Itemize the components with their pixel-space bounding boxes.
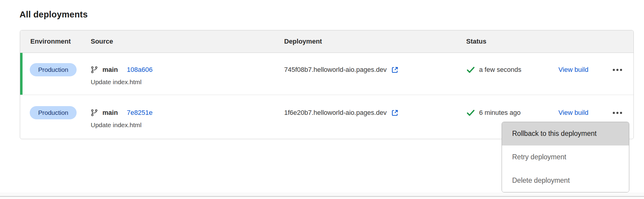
deployment-cell: 1f6e20b7.helloworld-aio.pages.dev xyxy=(284,106,466,119)
column-header-environment: Environment xyxy=(20,38,91,45)
deployment-url: 1f6e20b7.helloworld-aio.pages.dev xyxy=(284,109,387,117)
status-cell: 6 minutes ago View build xyxy=(466,106,633,119)
column-header-status: Status xyxy=(466,38,633,45)
column-header-deployment: Deployment xyxy=(284,38,466,45)
environment-cell: Production xyxy=(20,95,91,119)
source-cell: main 7e8251e Update index.html xyxy=(91,95,284,129)
branch-name: main xyxy=(102,109,118,117)
branch-name: main xyxy=(102,66,118,74)
menu-item-delete[interactable]: Delete deployment xyxy=(502,169,629,192)
current-deployment-indicator-bar xyxy=(20,53,23,95)
external-link-icon[interactable] xyxy=(391,66,399,74)
commit-message: Update index.html xyxy=(91,121,284,129)
menu-item-retry[interactable]: Retry deployment xyxy=(502,145,629,169)
deployment-row-1: Production main 108a606 Update index.htm… xyxy=(20,53,633,95)
git-branch-icon xyxy=(91,66,99,74)
view-build-link[interactable]: View build xyxy=(558,109,588,117)
commit-link[interactable]: 108a606 xyxy=(127,66,153,74)
menu-item-rollback[interactable]: Rollback to this deployment xyxy=(502,122,629,145)
page-bottom-area xyxy=(0,197,644,199)
environment-badge: Production xyxy=(30,63,77,76)
row-actions-menu-button[interactable] xyxy=(612,66,623,73)
commit-link[interactable]: 7e8251e xyxy=(127,109,153,117)
column-header-source: Source xyxy=(91,38,284,45)
status-cell: a few seconds View build xyxy=(466,63,633,76)
row-actions-menu-button[interactable] xyxy=(612,109,623,116)
ellipsis-icon xyxy=(613,112,615,114)
page-bottom-strip xyxy=(0,192,644,196)
status-time: a few seconds xyxy=(479,66,521,74)
environment-badge: Production xyxy=(30,106,77,119)
ellipsis-icon xyxy=(613,69,615,71)
deployments-page: All deployments Environment Source Deplo… xyxy=(0,0,644,199)
deployment-url: 745f08b7.helloworld-aio.pages.dev xyxy=(284,66,387,74)
check-icon xyxy=(466,65,475,74)
deployment-cell: 745f08b7.helloworld-aio.pages.dev xyxy=(284,63,466,76)
external-link-icon[interactable] xyxy=(391,109,399,117)
environment-cell: Production xyxy=(20,53,91,76)
deployment-context-menu: Rollback to this deployment Retry deploy… xyxy=(502,122,629,192)
page-title: All deployments xyxy=(20,10,88,20)
commit-message: Update index.html xyxy=(91,78,284,86)
check-icon xyxy=(466,108,475,117)
view-build-link[interactable]: View build xyxy=(558,66,588,74)
status-time: 6 minutes ago xyxy=(479,109,521,117)
git-branch-icon xyxy=(91,109,99,117)
table-header-row: Environment Source Deployment Status xyxy=(20,30,633,53)
source-cell: main 108a606 Update index.html xyxy=(91,53,284,86)
